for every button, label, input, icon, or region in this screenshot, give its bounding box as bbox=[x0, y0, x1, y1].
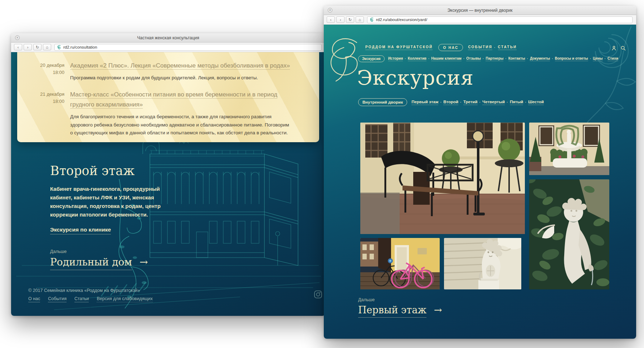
subnav-items: История·Коллектив·Нашим клиентам·Отзывы·… bbox=[388, 56, 618, 61]
event-description: Для благоприятного течения и исхода бере… bbox=[70, 113, 292, 137]
separator-dot: · bbox=[440, 100, 441, 104]
floor-description: Кабинет врача-гинеколога, процедурный ка… bbox=[50, 185, 164, 219]
photo-pink-bicycles[interactable] bbox=[360, 238, 440, 289]
tab-active-yard[interactable]: Внутренний дворик bbox=[358, 98, 407, 106]
separator-dot: · bbox=[479, 100, 481, 104]
forward-icon: › bbox=[340, 18, 341, 22]
url-input[interactable]: rd2.ru/consultation bbox=[54, 44, 322, 51]
site-favicon-icon bbox=[57, 45, 62, 50]
event-datetime: 21 декабря 18:00 bbox=[30, 90, 70, 137]
event-title-link[interactable]: Академия «2 Плюс». Лекция «Современные м… bbox=[70, 62, 290, 69]
event-time: 18:00 bbox=[30, 98, 64, 105]
url-text: rd2.ru/consultation bbox=[63, 45, 97, 49]
close-window-button[interactable]: × bbox=[328, 8, 332, 13]
separator-dot: · bbox=[507, 100, 508, 104]
reload-button[interactable]: ↻ bbox=[33, 44, 42, 50]
subnav-link[interactable]: История bbox=[388, 56, 403, 61]
titlebar[interactable]: × Экскурсия — внутренний дворик bbox=[324, 6, 636, 15]
tab-link[interactable]: Второй bbox=[443, 100, 458, 105]
forward-icon: › bbox=[27, 45, 29, 49]
site-favicon-icon bbox=[370, 18, 374, 22]
tab-link[interactable]: Пятый bbox=[510, 100, 523, 105]
events-list: 20 декабря 18:00 Академия «2 Плюс». Лекц… bbox=[17, 52, 319, 137]
reload-button[interactable]: ↻ bbox=[346, 16, 354, 23]
subnav-link[interactable]: Документы bbox=[530, 56, 550, 61]
photo-courtyard[interactable] bbox=[360, 123, 525, 234]
next-section: Дальше Первый этаж → bbox=[358, 297, 442, 315]
separator-dot: · bbox=[494, 46, 496, 50]
tab-link[interactable]: Первый этаж bbox=[411, 100, 438, 105]
separator-dot: · bbox=[527, 57, 528, 61]
separator-dot: · bbox=[463, 57, 464, 61]
next-section: Дальше Родильный дом → bbox=[50, 249, 148, 268]
event-datetime: 20 декабря 18:00 bbox=[30, 61, 70, 82]
footer-link[interactable]: О нас bbox=[28, 296, 40, 302]
browser-window-consultation: × Частная женская консультация ‹ › ↻ ⌂ r… bbox=[11, 33, 325, 316]
reload-icon: ↻ bbox=[36, 45, 39, 49]
next-floor-link[interactable]: Первый этаж → bbox=[358, 304, 442, 315]
user-icon[interactable] bbox=[611, 45, 617, 51]
nav-link[interactable]: СОБЫТИЯ bbox=[468, 45, 492, 50]
next-label: Дальше bbox=[50, 249, 148, 254]
subnav-link[interactable]: Коллектив bbox=[408, 56, 426, 61]
footer-link[interactable]: Версия для слабовидящих bbox=[97, 296, 152, 302]
forward-button[interactable]: › bbox=[24, 44, 32, 50]
tab-items: Первый этаж·Второй·Третий·Четвертый·Пяты… bbox=[411, 100, 544, 105]
address-bar: ‹ › ↻ ⌂ rd2.ru/about/excursion/yard/ bbox=[324, 15, 636, 25]
separator-dot: · bbox=[590, 57, 591, 61]
nav-brand-link[interactable]: РОДДОМ НА ФУРШТАТСКОЙ bbox=[365, 45, 433, 50]
address-bar: ‹ › ↻ ⌂ rd2.ru/consultation bbox=[11, 43, 325, 52]
footer-link[interactable]: Статьи bbox=[74, 296, 89, 302]
url-text: rd2.ru/about/excursion/yard/ bbox=[376, 18, 427, 22]
subnav-link[interactable]: Цены bbox=[593, 56, 603, 61]
search-icon[interactable] bbox=[620, 45, 626, 51]
home-icon: ⌂ bbox=[46, 45, 48, 49]
url-input[interactable]: rd2.ru/about/excursion/yard/ bbox=[367, 16, 633, 23]
subnav-link[interactable]: Отзывы bbox=[466, 56, 481, 61]
nav-about-active[interactable]: О НАС bbox=[438, 44, 463, 51]
back-button[interactable]: ‹ bbox=[14, 44, 22, 50]
close-window-button[interactable]: × bbox=[15, 35, 20, 40]
forward-button[interactable]: › bbox=[336, 16, 345, 23]
tab-link[interactable]: Четвертый bbox=[482, 100, 505, 105]
home-button[interactable]: ⌂ bbox=[356, 16, 364, 23]
event-time: 18:00 bbox=[30, 69, 64, 76]
event-date: 20 декабря bbox=[30, 62, 64, 69]
instagram-icon[interactable] bbox=[314, 290, 322, 299]
separator-dot: · bbox=[460, 100, 462, 104]
browser-window-excursion: × Экскурсия — внутренний дворик ‹ › ↻ ⌂ … bbox=[324, 6, 636, 339]
floor-section: Второй этаж Кабинет врача-гинеколога, пр… bbox=[50, 164, 172, 234]
nav-link[interactable]: СТАТЬИ bbox=[498, 45, 517, 50]
separator-dot: · bbox=[505, 57, 506, 61]
home-button[interactable]: ⌂ bbox=[43, 44, 51, 50]
tab-link[interactable]: Шестой bbox=[528, 100, 544, 105]
subnav-link[interactable]: Вопросы и ответы bbox=[555, 56, 588, 61]
page-consultation: 20 декабря 18:00 Академия «2 Плюс». Лекц… bbox=[11, 52, 325, 316]
primary-nav: РОДДОМ НА ФУРШТАТСКОЙ О НАС СОБЫТИЯ·СТАТ… bbox=[365, 44, 517, 51]
subnav-link[interactable]: Партнеры bbox=[486, 56, 503, 61]
window-title: Частная женская консультация bbox=[137, 35, 199, 40]
footer-link[interactable]: События bbox=[48, 296, 67, 302]
arrow-right-icon: → bbox=[434, 304, 442, 315]
titlebar[interactable]: × Частная женская консультация bbox=[11, 33, 325, 43]
separator-dot: · bbox=[552, 57, 553, 61]
event-row: 21 декабря 18:00 Мастер-класс «Особеннос… bbox=[30, 90, 299, 137]
subnav-link[interactable]: Контакты bbox=[508, 56, 525, 61]
tab-link[interactable]: Третий bbox=[463, 100, 478, 105]
back-button[interactable]: ‹ bbox=[327, 16, 335, 23]
page-title: Экскурсия bbox=[357, 66, 474, 89]
subnav-link[interactable]: Нашим клиентам bbox=[431, 56, 462, 61]
photo-lion-statue[interactable] bbox=[444, 238, 521, 289]
separator-dot: · bbox=[525, 100, 526, 104]
event-title-link[interactable]: Мастер-класс «Особенности питания во вре… bbox=[70, 91, 277, 108]
separator-dot: · bbox=[405, 57, 406, 61]
separator-dot: · bbox=[605, 57, 606, 61]
next-floor-link[interactable]: Родильный дом → bbox=[50, 256, 148, 268]
subnav-active-excursion[interactable]: Экскурсия bbox=[358, 55, 385, 62]
photo-fountain[interactable] bbox=[529, 123, 609, 175]
clinic-tour-link[interactable]: Экскурсия по клинике bbox=[50, 227, 111, 234]
photo-angel-statue[interactable] bbox=[529, 179, 609, 289]
event-description: Программа подготовки к родам для будущих… bbox=[70, 74, 292, 82]
next-link-text: Родильный дом bbox=[50, 256, 132, 270]
subnav-link[interactable]: Стихи bbox=[608, 56, 618, 61]
